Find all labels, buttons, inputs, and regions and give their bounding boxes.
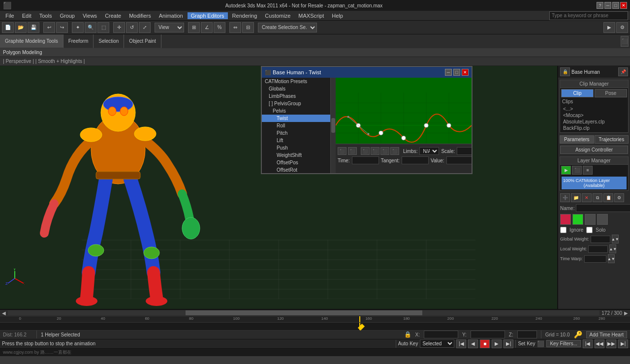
scale-button[interactable]: ⤢ [139,22,151,33]
menu-modifiers[interactable]: Modifiers [126,12,155,19]
redo-button[interactable]: ↪ [56,22,68,33]
undo-button[interactable]: ↩ [43,22,55,33]
menu-tools[interactable]: Tools [36,12,56,19]
time-warp-spin[interactable]: ▲▼ [608,254,615,263]
tree-item-roll[interactable]: Roll [262,122,330,129]
limbs-select[interactable]: N/A [419,147,439,155]
rotate-button[interactable]: ↺ [126,22,138,33]
go-start-button[interactable]: |◀ [456,339,466,348]
time-warp-input[interactable]: 171.27 [584,255,606,263]
add-time-heart-button[interactable]: Add Time Heart [586,331,627,338]
color-picker4[interactable] [597,214,608,225]
tangent-input[interactable]: 0.0 [402,156,429,164]
play-button[interactable]: ■ [480,339,490,348]
y-coord-input[interactable]: 5993.442 [471,331,505,338]
timeline-ruler[interactable]: 0 20 40 60 80 100 120 140 160 180 200 22… [0,316,630,323]
object-paint-tab[interactable]: Object Paint [124,34,161,48]
play-icon[interactable]: ▶ [561,166,571,175]
lock-status-icon[interactable]: 🔒 [404,331,411,338]
dialog-close-button[interactable]: ✕ [462,69,469,76]
tree-scrollbar[interactable] [331,78,336,173]
auto-key-select[interactable]: Selected [420,339,454,348]
scale-input[interactable]: 100.0 [457,147,472,155]
timeline-track[interactable] [0,323,630,330]
minimize-button[interactable]: ─ [604,2,611,9]
scroll-track[interactable] [8,310,599,315]
selection-tab[interactable]: Selection [94,34,124,48]
scroll-right-button[interactable]: ▶ [624,310,628,316]
color-picker2[interactable] [572,214,583,225]
pin-icon[interactable]: 📌 [618,67,628,76]
local-weight-spin[interactable]: ▲▼ [609,244,616,253]
select-by-name-button[interactable]: 🔍 [85,22,96,33]
freeform-tab[interactable]: Freeform [63,34,94,48]
settings-icon[interactable]: ⚙ [614,193,624,202]
align-button[interactable]: ⊟ [242,22,254,33]
tree-item-weightshift[interactable]: WeightShift [262,152,330,159]
layer-item[interactable]: 100% CATMotion Layer (Available) [562,177,627,189]
color-picker3[interactable] [585,214,596,225]
tree-item-push[interactable]: Push [262,144,330,152]
mirror-button[interactable]: ⇔ [229,22,241,33]
open-button[interactable]: 📂 [15,22,27,33]
graph-tool2[interactable]: ⬛ [371,147,379,155]
layers-icon[interactable]: ≡ [583,166,593,175]
graph-tool3[interactable]: ⬛ [380,147,389,155]
help-icon[interactable]: ? [597,2,603,9]
name-input[interactable]: CATMotion Layer [576,204,630,212]
record-icon[interactable]: ⬛ [572,166,582,175]
dialog-controls[interactable]: ─ □ ✕ [445,69,469,76]
limbs-icon1[interactable]: ⬛ [338,147,346,155]
menu-edit[interactable]: Edit [19,12,35,19]
menu-maxscript[interactable]: MAXScript [295,12,327,19]
tree-item-limbphases[interactable]: LimbPhases [262,92,330,100]
add-layer-icon[interactable]: ➕ [560,193,570,202]
playback-icon4[interactable]: ▶| [618,339,628,348]
search-input[interactable] [549,11,628,20]
tree-item-pelvisgroup[interactable]: [ ] PelvisGroup [262,100,330,107]
dialog-title-bar[interactable]: ⬛ Base Human - Twist ─ □ ✕ [262,67,472,78]
view-select[interactable]: View [155,23,184,32]
timeline-scroll[interactable]: ◀ 172 / 300 ▶ [0,310,630,316]
playback-icon3[interactable]: ▶▶ [606,339,616,348]
tree-item-twist-selected[interactable]: Twist [262,115,330,122]
create-selection-select[interactable]: Create Selection Se... [258,23,317,32]
trajectories-tab[interactable]: Trajectories [595,135,629,144]
playback-icon1[interactable]: |◀ [583,339,593,348]
color-picker1[interactable] [560,214,571,225]
select-region-button[interactable]: ⬚ [97,22,109,33]
value-input[interactable]: 3.2 [446,156,472,164]
menu-file[interactable]: File [2,12,18,19]
menu-views[interactable]: Views [79,12,100,19]
tree-item-presets[interactable]: CATMotion Presets [262,78,330,85]
pose-tab[interactable]: Pose [595,89,627,97]
menu-animation[interactable]: Animation [156,12,187,19]
folder-icon[interactable]: 📁 [571,193,581,202]
clip-tab[interactable]: Clip [561,89,594,97]
x-coord-input[interactable]: 1641.854 [424,331,458,338]
graph-tool1[interactable]: ⬛ [361,147,370,155]
ignore-checkbox[interactable] [560,227,567,233]
maximize-button[interactable]: □ [612,2,619,9]
clip-item-3[interactable]: AbsoluteLayers.clp [561,119,627,125]
snap-button[interactable]: ⊞ [188,22,200,33]
next-frame-button[interactable]: ▶ [492,339,502,348]
angle-snap-button[interactable]: ∠ [201,22,213,33]
tree-item-globals[interactable]: Globals [262,85,330,92]
menu-create[interactable]: Create [101,12,125,19]
clip-item-2[interactable]: <Mocap> [561,112,627,119]
parameters-tab[interactable]: Parameters [560,135,594,144]
scroll-thumb[interactable] [186,310,422,315]
save-button[interactable]: 💾 [28,22,39,33]
graph-area[interactable]: ⬛ ⬛ ⬛ ⬛ ⬛ ⬛ Limbs: N/A [336,78,472,173]
clip-item-1[interactable]: <...> [561,106,627,112]
tree-item-lift[interactable]: Lift [262,137,330,144]
playback-icon2[interactable]: ◀◀ [595,339,604,348]
select-button[interactable]: ✦ [72,22,84,33]
lock-icon[interactable]: 🔒 [560,67,570,76]
menu-help[interactable]: Help [328,12,346,19]
dialog-minimize-button[interactable]: ─ [445,69,452,76]
menu-graph-editors[interactable]: Graph Editors [188,12,228,19]
render-setup-button[interactable]: ⚙ [616,22,628,33]
key-icon[interactable]: 🔑 [574,331,582,338]
